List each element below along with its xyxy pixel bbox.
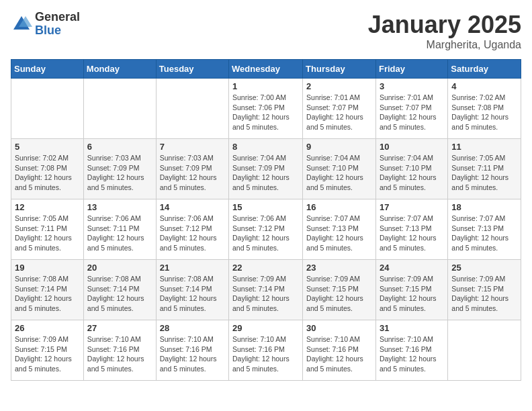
day-info: Sunrise: 7:08 AM Sunset: 7:14 PM Dayligh… xyxy=(160,274,225,314)
day-number: 6 xyxy=(87,142,152,152)
calendar-cell: 26Sunrise: 7:09 AM Sunset: 7:15 PM Dayli… xyxy=(11,320,84,381)
day-info: Sunrise: 7:09 AM Sunset: 7:15 PM Dayligh… xyxy=(15,334,80,374)
day-info: Sunrise: 7:09 AM Sunset: 7:15 PM Dayligh… xyxy=(380,274,444,314)
calendar-cell: 20Sunrise: 7:08 AM Sunset: 7:14 PM Dayli… xyxy=(83,260,156,320)
day-number: 24 xyxy=(380,263,444,273)
day-number: 13 xyxy=(87,202,152,212)
logo-text: General Blue xyxy=(35,11,80,38)
day-info: Sunrise: 7:07 AM Sunset: 7:13 PM Dayligh… xyxy=(380,214,444,253)
day-number: 23 xyxy=(306,263,372,273)
weekday-header: Tuesday xyxy=(156,60,228,79)
calendar-cell: 2Sunrise: 7:01 AM Sunset: 7:07 PM Daylig… xyxy=(303,79,376,139)
day-number: 26 xyxy=(15,323,80,333)
calendar-cell: 14Sunrise: 7:06 AM Sunset: 7:12 PM Dayli… xyxy=(156,199,228,260)
calendar-cell: 16Sunrise: 7:07 AM Sunset: 7:13 PM Dayli… xyxy=(303,199,376,260)
calendar-cell: 12Sunrise: 7:05 AM Sunset: 7:11 PM Dayli… xyxy=(11,199,84,260)
day-number: 11 xyxy=(451,142,517,152)
day-info: Sunrise: 7:10 AM Sunset: 7:16 PM Dayligh… xyxy=(160,334,225,374)
calendar-table: SundayMondayTuesdayWednesdayThursdayFrid… xyxy=(11,59,521,381)
day-number: 10 xyxy=(380,142,444,152)
location-label: Margherita, Uganda xyxy=(368,39,521,51)
day-info: Sunrise: 7:06 AM Sunset: 7:12 PM Dayligh… xyxy=(232,214,299,253)
calendar-cell: 24Sunrise: 7:09 AM Sunset: 7:15 PM Dayli… xyxy=(375,260,447,320)
calendar-week-row: 5Sunrise: 7:02 AM Sunset: 7:08 PM Daylig… xyxy=(11,139,521,199)
day-number: 29 xyxy=(232,323,299,333)
day-number: 25 xyxy=(451,263,517,273)
day-number: 14 xyxy=(160,202,225,212)
weekday-header: Thursday xyxy=(303,60,376,79)
day-info: Sunrise: 7:05 AM Sunset: 7:11 PM Dayligh… xyxy=(15,214,80,253)
day-info: Sunrise: 7:03 AM Sunset: 7:09 PM Dayligh… xyxy=(160,153,225,193)
day-info: Sunrise: 7:00 AM Sunset: 7:06 PM Dayligh… xyxy=(232,93,299,132)
calendar-cell: 9Sunrise: 7:04 AM Sunset: 7:10 PM Daylig… xyxy=(303,139,376,199)
calendar-cell: 19Sunrise: 7:08 AM Sunset: 7:14 PM Dayli… xyxy=(11,260,84,320)
day-info: Sunrise: 7:08 AM Sunset: 7:14 PM Dayligh… xyxy=(87,274,152,314)
day-info: Sunrise: 7:06 AM Sunset: 7:11 PM Dayligh… xyxy=(87,214,152,253)
calendar-week-row: 12Sunrise: 7:05 AM Sunset: 7:11 PM Dayli… xyxy=(11,199,521,260)
calendar-cell xyxy=(156,79,228,139)
calendar-cell: 11Sunrise: 7:05 AM Sunset: 7:11 PM Dayli… xyxy=(448,139,521,199)
day-info: Sunrise: 7:08 AM Sunset: 7:14 PM Dayligh… xyxy=(15,274,80,314)
calendar-cell: 1Sunrise: 7:00 AM Sunset: 7:06 PM Daylig… xyxy=(229,79,303,139)
day-number: 30 xyxy=(306,323,372,333)
day-info: Sunrise: 7:02 AM Sunset: 7:08 PM Dayligh… xyxy=(451,93,517,132)
weekday-header: Sunday xyxy=(11,60,84,79)
calendar-cell xyxy=(83,79,156,139)
calendar-week-row: 26Sunrise: 7:09 AM Sunset: 7:15 PM Dayli… xyxy=(11,320,521,381)
day-info: Sunrise: 7:10 AM Sunset: 7:16 PM Dayligh… xyxy=(232,334,299,374)
weekday-header: Wednesday xyxy=(229,60,303,79)
day-info: Sunrise: 7:09 AM Sunset: 7:15 PM Dayligh… xyxy=(306,274,372,314)
calendar-cell: 17Sunrise: 7:07 AM Sunset: 7:13 PM Dayli… xyxy=(375,199,447,260)
day-info: Sunrise: 7:10 AM Sunset: 7:16 PM Dayligh… xyxy=(87,334,152,374)
day-info: Sunrise: 7:04 AM Sunset: 7:09 PM Dayligh… xyxy=(232,153,299,193)
calendar-cell: 18Sunrise: 7:07 AM Sunset: 7:13 PM Dayli… xyxy=(448,199,521,260)
day-number: 4 xyxy=(451,81,517,91)
day-number: 9 xyxy=(306,142,372,152)
calendar-cell: 5Sunrise: 7:02 AM Sunset: 7:08 PM Daylig… xyxy=(11,139,84,199)
day-number: 28 xyxy=(160,323,225,333)
weekday-header: Monday xyxy=(83,60,156,79)
day-info: Sunrise: 7:07 AM Sunset: 7:13 PM Dayligh… xyxy=(451,214,517,253)
weekday-header: Saturday xyxy=(448,60,521,79)
day-number: 3 xyxy=(380,81,444,91)
day-number: 22 xyxy=(232,263,299,273)
calendar-cell xyxy=(11,79,84,139)
calendar-cell: 10Sunrise: 7:04 AM Sunset: 7:10 PM Dayli… xyxy=(375,139,447,199)
calendar-week-row: 1Sunrise: 7:00 AM Sunset: 7:06 PM Daylig… xyxy=(11,79,521,139)
logo-general-label: General xyxy=(35,11,80,24)
calendar-cell: 29Sunrise: 7:10 AM Sunset: 7:16 PM Dayli… xyxy=(229,320,303,381)
calendar-cell: 25Sunrise: 7:09 AM Sunset: 7:15 PM Dayli… xyxy=(448,260,521,320)
day-info: Sunrise: 7:02 AM Sunset: 7:08 PM Dayligh… xyxy=(15,153,80,193)
calendar-cell: 3Sunrise: 7:01 AM Sunset: 7:07 PM Daylig… xyxy=(375,79,447,139)
day-number: 16 xyxy=(306,202,372,212)
calendar-cell: 15Sunrise: 7:06 AM Sunset: 7:12 PM Dayli… xyxy=(229,199,303,260)
day-number: 19 xyxy=(15,263,80,273)
day-number: 12 xyxy=(15,202,80,212)
day-info: Sunrise: 7:04 AM Sunset: 7:10 PM Dayligh… xyxy=(380,153,444,193)
day-info: Sunrise: 7:10 AM Sunset: 7:16 PM Dayligh… xyxy=(380,334,444,374)
calendar-cell: 13Sunrise: 7:06 AM Sunset: 7:11 PM Dayli… xyxy=(83,199,156,260)
calendar-cell: 4Sunrise: 7:02 AM Sunset: 7:08 PM Daylig… xyxy=(448,79,521,139)
month-title: January 2025 xyxy=(368,11,521,39)
day-info: Sunrise: 7:06 AM Sunset: 7:12 PM Dayligh… xyxy=(160,214,225,253)
calendar-week-row: 19Sunrise: 7:08 AM Sunset: 7:14 PM Dayli… xyxy=(11,260,521,320)
calendar-cell: 31Sunrise: 7:10 AM Sunset: 7:16 PM Dayli… xyxy=(375,320,447,381)
calendar-cell: 22Sunrise: 7:09 AM Sunset: 7:14 PM Dayli… xyxy=(229,260,303,320)
day-info: Sunrise: 7:05 AM Sunset: 7:11 PM Dayligh… xyxy=(451,153,517,193)
day-info: Sunrise: 7:03 AM Sunset: 7:09 PM Dayligh… xyxy=(87,153,152,193)
calendar-cell: 23Sunrise: 7:09 AM Sunset: 7:15 PM Dayli… xyxy=(303,260,376,320)
day-number: 20 xyxy=(87,263,152,273)
logo-icon xyxy=(11,13,32,35)
day-info: Sunrise: 7:07 AM Sunset: 7:13 PM Dayligh… xyxy=(306,214,372,253)
weekday-header-row: SundayMondayTuesdayWednesdayThursdayFrid… xyxy=(11,60,521,79)
page-header: General Blue January 2025 Margherita, Ug… xyxy=(11,11,521,51)
weekday-header: Friday xyxy=(375,60,447,79)
day-number: 5 xyxy=(15,142,80,152)
day-number: 8 xyxy=(232,142,299,152)
day-info: Sunrise: 7:10 AM Sunset: 7:16 PM Dayligh… xyxy=(306,334,372,374)
logo: General Blue xyxy=(11,11,80,38)
day-number: 31 xyxy=(380,323,444,333)
day-number: 2 xyxy=(306,81,372,91)
day-number: 15 xyxy=(232,202,299,212)
calendar-cell: 21Sunrise: 7:08 AM Sunset: 7:14 PM Dayli… xyxy=(156,260,228,320)
